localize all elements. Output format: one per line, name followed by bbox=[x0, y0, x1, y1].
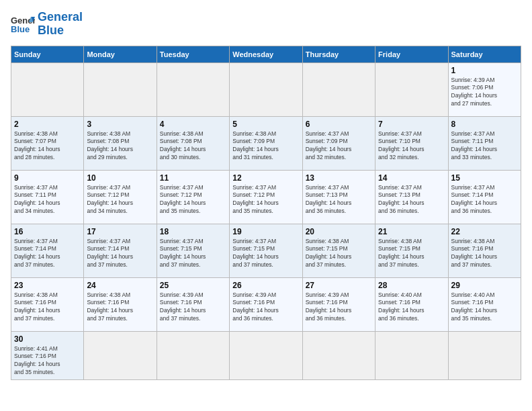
calendar-day-cell: 22Sunrise: 4:38 AM Sunset: 7:16 PM Dayli… bbox=[448, 224, 521, 277]
day-info: Sunrise: 4:37 AM Sunset: 7:15 PM Dayligh… bbox=[232, 238, 299, 270]
calendar-day-cell: 6Sunrise: 4:37 AM Sunset: 7:09 PM Daylig… bbox=[302, 116, 375, 170]
day-number: 17 bbox=[87, 227, 153, 236]
day-number: 26 bbox=[232, 281, 299, 290]
svg-text:Blue: Blue bbox=[11, 24, 30, 34]
day-number: 12 bbox=[232, 173, 299, 183]
calendar-week-row: 2Sunrise: 4:38 AM Sunset: 7:07 PM Daylig… bbox=[11, 116, 521, 170]
calendar-day-cell: 17Sunrise: 4:37 AM Sunset: 7:14 PM Dayli… bbox=[84, 224, 157, 277]
page-header: General Blue GeneralBlue bbox=[11, 11, 521, 38]
day-info: Sunrise: 4:37 AM Sunset: 7:14 PM Dayligh… bbox=[87, 238, 153, 270]
calendar-day-cell: 1Sunrise: 4:39 AM Sunset: 7:06 PM Daylig… bbox=[448, 62, 521, 116]
calendar-day-cell: 2Sunrise: 4:38 AM Sunset: 7:07 PM Daylig… bbox=[11, 116, 84, 170]
day-info: Sunrise: 4:37 AM Sunset: 7:11 PM Dayligh… bbox=[451, 130, 518, 163]
weekday-header: Saturday bbox=[448, 46, 521, 62]
calendar-day-cell: 27Sunrise: 4:39 AM Sunset: 7:16 PM Dayli… bbox=[302, 277, 375, 331]
day-info: Sunrise: 4:37 AM Sunset: 7:14 PM Dayligh… bbox=[451, 184, 518, 216]
day-info: Sunrise: 4:37 AM Sunset: 7:13 PM Dayligh… bbox=[306, 184, 372, 216]
calendar-day-cell bbox=[448, 331, 521, 380]
day-number: 3 bbox=[87, 120, 153, 129]
day-info: Sunrise: 4:38 AM Sunset: 7:07 PM Dayligh… bbox=[14, 130, 81, 163]
day-number: 11 bbox=[160, 173, 226, 183]
calendar-day-cell: 10Sunrise: 4:37 AM Sunset: 7:12 PM Dayli… bbox=[84, 170, 157, 224]
calendar-day-cell: 18Sunrise: 4:37 AM Sunset: 7:15 PM Dayli… bbox=[157, 224, 229, 277]
day-info: Sunrise: 4:41 AM Sunset: 7:16 PM Dayligh… bbox=[14, 345, 81, 377]
calendar-day-cell: 7Sunrise: 4:37 AM Sunset: 7:10 PM Daylig… bbox=[375, 116, 448, 170]
day-info: Sunrise: 4:37 AM Sunset: 7:09 PM Dayligh… bbox=[306, 130, 372, 163]
day-info: Sunrise: 4:38 AM Sunset: 7:15 PM Dayligh… bbox=[378, 238, 445, 270]
day-number: 15 bbox=[451, 173, 518, 183]
calendar-day-cell: 28Sunrise: 4:40 AM Sunset: 7:16 PM Dayli… bbox=[375, 277, 448, 331]
day-info: Sunrise: 4:37 AM Sunset: 7:11 PM Dayligh… bbox=[14, 184, 81, 216]
calendar-day-cell: 14Sunrise: 4:37 AM Sunset: 7:13 PM Dayli… bbox=[375, 170, 448, 224]
day-info: Sunrise: 4:37 AM Sunset: 7:12 PM Dayligh… bbox=[160, 184, 226, 216]
calendar-day-cell: 19Sunrise: 4:37 AM Sunset: 7:15 PM Dayli… bbox=[230, 224, 302, 277]
day-info: Sunrise: 4:37 AM Sunset: 7:12 PM Dayligh… bbox=[232, 184, 299, 216]
calendar-day-cell: 11Sunrise: 4:37 AM Sunset: 7:12 PM Dayli… bbox=[157, 170, 229, 224]
day-info: Sunrise: 4:39 AM Sunset: 7:16 PM Dayligh… bbox=[160, 291, 226, 324]
day-number: 10 bbox=[87, 173, 153, 183]
calendar-day-cell bbox=[84, 62, 157, 116]
day-number: 1 bbox=[451, 66, 518, 75]
day-number: 22 bbox=[451, 227, 518, 236]
weekday-header: Thursday bbox=[302, 46, 375, 62]
day-number: 7 bbox=[378, 120, 445, 129]
day-number: 18 bbox=[160, 227, 226, 236]
day-number: 30 bbox=[14, 334, 81, 344]
calendar-day-cell bbox=[302, 62, 375, 116]
calendar-day-cell: 29Sunrise: 4:40 AM Sunset: 7:16 PM Dayli… bbox=[448, 277, 521, 331]
calendar-day-cell: 12Sunrise: 4:37 AM Sunset: 7:12 PM Dayli… bbox=[230, 170, 302, 224]
day-number: 14 bbox=[378, 173, 445, 183]
day-info: Sunrise: 4:39 AM Sunset: 7:16 PM Dayligh… bbox=[232, 291, 299, 324]
calendar-day-cell: 21Sunrise: 4:38 AM Sunset: 7:15 PM Dayli… bbox=[375, 224, 448, 277]
day-info: Sunrise: 4:38 AM Sunset: 7:16 PM Dayligh… bbox=[87, 291, 153, 324]
day-number: 24 bbox=[87, 281, 153, 290]
calendar-day-cell bbox=[157, 331, 229, 380]
calendar-week-row: 9Sunrise: 4:37 AM Sunset: 7:11 PM Daylig… bbox=[11, 170, 521, 224]
calendar-day-cell bbox=[375, 331, 448, 380]
calendar-week-row: 30Sunrise: 4:41 AM Sunset: 7:16 PM Dayli… bbox=[11, 331, 521, 380]
calendar-day-cell: 3Sunrise: 4:38 AM Sunset: 7:08 PM Daylig… bbox=[84, 116, 157, 170]
day-info: Sunrise: 4:39 AM Sunset: 7:16 PM Dayligh… bbox=[306, 291, 372, 324]
calendar-body: 1Sunrise: 4:39 AM Sunset: 7:06 PM Daylig… bbox=[11, 62, 521, 380]
day-number: 27 bbox=[306, 281, 372, 290]
day-info: Sunrise: 4:38 AM Sunset: 7:08 PM Dayligh… bbox=[87, 130, 153, 163]
day-number: 8 bbox=[451, 120, 518, 129]
day-number: 4 bbox=[160, 120, 226, 129]
calendar-day-cell: 15Sunrise: 4:37 AM Sunset: 7:14 PM Dayli… bbox=[448, 170, 521, 224]
day-info: Sunrise: 4:37 AM Sunset: 7:14 PM Dayligh… bbox=[14, 238, 81, 270]
day-number: 16 bbox=[14, 227, 81, 236]
weekday-header: Friday bbox=[375, 46, 448, 62]
weekday-header: Sunday bbox=[11, 46, 84, 62]
day-number: 20 bbox=[306, 227, 372, 236]
day-number: 29 bbox=[451, 281, 518, 290]
calendar-day-cell: 20Sunrise: 4:38 AM Sunset: 7:15 PM Dayli… bbox=[302, 224, 375, 277]
day-number: 28 bbox=[378, 281, 445, 290]
calendar-day-cell: 13Sunrise: 4:37 AM Sunset: 7:13 PM Dayli… bbox=[302, 170, 375, 224]
calendar-week-row: 1Sunrise: 4:39 AM Sunset: 7:06 PM Daylig… bbox=[11, 62, 521, 116]
calendar-day-cell: 8Sunrise: 4:37 AM Sunset: 7:11 PM Daylig… bbox=[448, 116, 521, 170]
calendar-day-cell bbox=[230, 331, 302, 380]
day-info: Sunrise: 4:37 AM Sunset: 7:13 PM Dayligh… bbox=[378, 184, 445, 216]
calendar-day-cell: 9Sunrise: 4:37 AM Sunset: 7:11 PM Daylig… bbox=[11, 170, 84, 224]
calendar-day-cell: 5Sunrise: 4:38 AM Sunset: 7:09 PM Daylig… bbox=[230, 116, 302, 170]
calendar-day-cell bbox=[302, 331, 375, 380]
day-info: Sunrise: 4:38 AM Sunset: 7:16 PM Dayligh… bbox=[14, 291, 81, 324]
logo-text: GeneralBlue bbox=[38, 11, 83, 38]
day-info: Sunrise: 4:40 AM Sunset: 7:16 PM Dayligh… bbox=[378, 291, 445, 324]
weekday-header: Tuesday bbox=[157, 46, 229, 62]
day-info: Sunrise: 4:40 AM Sunset: 7:16 PM Dayligh… bbox=[451, 291, 518, 324]
calendar-week-row: 23Sunrise: 4:38 AM Sunset: 7:16 PM Dayli… bbox=[11, 277, 521, 331]
calendar-day-cell: 26Sunrise: 4:39 AM Sunset: 7:16 PM Dayli… bbox=[230, 277, 302, 331]
calendar-week-row: 16Sunrise: 4:37 AM Sunset: 7:14 PM Dayli… bbox=[11, 224, 521, 277]
calendar-day-cell: 25Sunrise: 4:39 AM Sunset: 7:16 PM Dayli… bbox=[157, 277, 229, 331]
calendar-day-cell bbox=[157, 62, 229, 116]
calendar-day-cell: 24Sunrise: 4:38 AM Sunset: 7:16 PM Dayli… bbox=[84, 277, 157, 331]
weekday-header: Monday bbox=[84, 46, 157, 62]
day-number: 25 bbox=[160, 281, 226, 290]
calendar-header-row: SundayMondayTuesdayWednesdayThursdayFrid… bbox=[11, 46, 521, 62]
calendar-day-cell: 23Sunrise: 4:38 AM Sunset: 7:16 PM Dayli… bbox=[11, 277, 84, 331]
day-number: 19 bbox=[232, 227, 299, 236]
day-number: 9 bbox=[14, 173, 81, 183]
calendar-day-cell bbox=[230, 62, 302, 116]
calendar-day-cell: 30Sunrise: 4:41 AM Sunset: 7:16 PM Dayli… bbox=[11, 331, 84, 380]
